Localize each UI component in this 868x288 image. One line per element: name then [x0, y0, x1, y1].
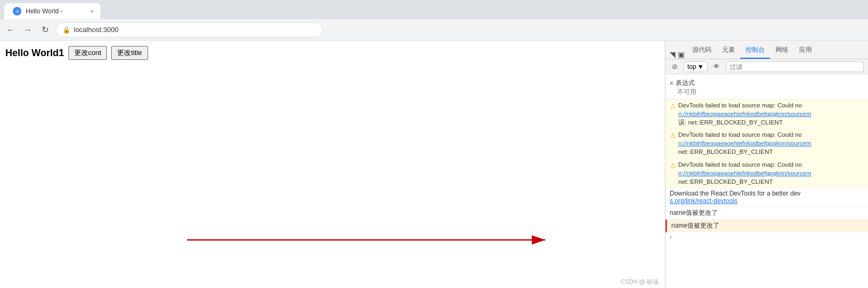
eye-icon[interactable]: 👁: [712, 62, 722, 72]
context-label: top: [687, 63, 696, 71]
page-header: Hello World1 更改cont 更改title: [5, 46, 660, 60]
back-button[interactable]: ←: [4, 24, 17, 36]
tab-console[interactable]: 控制台: [740, 42, 770, 59]
tab-elements[interactable]: 元素: [717, 42, 740, 59]
url-bar[interactable]: 🔒 localhost:3000: [56, 22, 323, 37]
lock-icon: 🔒: [63, 26, 71, 34]
info-entry: Download the React DevTools for a better…: [665, 188, 868, 207]
warning-text-1: DevTools failed to load source map: Coul…: [678, 101, 811, 127]
browser-tab[interactable]: ⚛ Hello World - ×: [4, 3, 100, 19]
red-arrow: [0, 216, 561, 259]
tab-favicon: ⚛: [13, 7, 21, 15]
block-icon[interactable]: ⊘: [670, 62, 679, 72]
warning-icon-1: ⚠: [670, 102, 676, 111]
log-entry-2: name值被更改了: [665, 220, 868, 232]
expression-label: 表达式: [670, 79, 864, 88]
reload-button[interactable]: ↻: [38, 24, 51, 36]
forward-button[interactable]: →: [21, 24, 34, 36]
warning-text-2: DevTools failed to load source map: Coul…: [678, 130, 811, 156]
device-icon[interactable]: ▣: [678, 50, 685, 59]
tab-bar: ⚛ Hello World - ×: [0, 0, 868, 19]
main-area: Hello World1 更改cont 更改title CSDN @-耿瑞-: [0, 41, 868, 288]
expression-value: 不可用: [670, 88, 864, 97]
change-title-button[interactable]: 更改title: [111, 46, 148, 60]
expand-chevron[interactable]: ›: [665, 232, 868, 241]
warning-icon-2: ⚠: [670, 131, 676, 141]
warning-entry-2: ⚠ DevTools failed to load source map: Co…: [665, 129, 868, 158]
tab-network[interactable]: 网络: [770, 42, 794, 59]
warning-text-3: DevTools failed to load source map: Coul…: [678, 160, 811, 186]
devtools-toolbar: ⊘ top ▼ 👁: [665, 59, 868, 74]
warning-entry-1: ⚠ DevTools failed to load source map: Co…: [665, 99, 868, 129]
devtools-tab-bar: ◥ ▣ 源代码 元素 控制台 网络 应用: [665, 41, 868, 59]
tab-application[interactable]: 应用: [794, 42, 817, 59]
context-chevron: ▼: [698, 63, 704, 71]
watermark: CSDN @-耿瑞-: [621, 278, 661, 286]
page-title: Hello World1: [5, 48, 64, 59]
inspect-icon[interactable]: ◥: [670, 50, 676, 59]
warning-entry-3: ⚠ DevTools failed to load source map: Co…: [665, 159, 868, 188]
tab-close-button[interactable]: ×: [88, 7, 96, 15]
url-text: localhost:3000: [74, 26, 119, 34]
address-bar: ← → ↻ 🔒 localhost:3000: [0, 19, 868, 41]
tab-label: Hello World -: [26, 7, 63, 15]
log-entry-1: name值被更改了: [665, 207, 868, 220]
expression-section: 表达式 不可用: [665, 76, 868, 99]
tab-source[interactable]: 源代码: [687, 42, 717, 59]
devtools-panel: ◥ ▣ 源代码 元素 控制台 网络 应用: [665, 41, 868, 288]
context-select[interactable]: top ▼: [684, 61, 708, 72]
warning-icon-3: ⚠: [670, 161, 676, 170]
filter-input[interactable]: [726, 61, 864, 72]
change-cont-button[interactable]: 更改cont: [68, 46, 107, 60]
page-content: Hello World1 更改cont 更改title CSDN @-耿瑞-: [0, 41, 665, 288]
browser-window: ⚛ Hello World - × ← → ↻ 🔒 localhost:3000…: [0, 0, 868, 288]
devtools-icons: ◥ ▣: [668, 50, 687, 59]
devtools-link[interactable]: s.org/link/react-devtools: [670, 197, 738, 205]
devtools-content: 表达式 不可用 ⚠ DevTools failed to load source…: [665, 74, 868, 288]
